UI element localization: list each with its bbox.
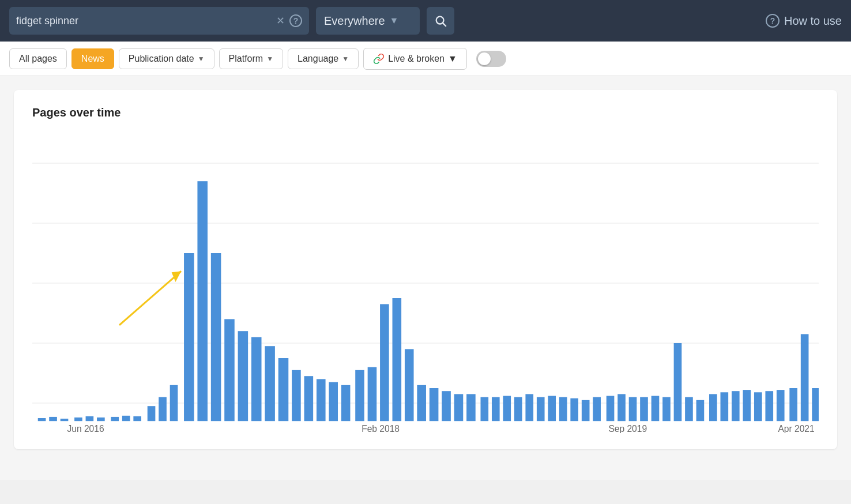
svg-rect-45 [514, 397, 522, 422]
svg-marker-77 [172, 271, 182, 282]
svg-text:Feb 2018: Feb 2018 [362, 423, 400, 433]
chart-card: Pages over time [14, 90, 837, 449]
platform-button[interactable]: Platform ▼ [219, 48, 283, 69]
search-icon [434, 14, 447, 27]
platform-caret: ▼ [266, 55, 273, 63]
svg-rect-7 [38, 418, 46, 421]
filter-bar: All pages News Publication date ▼ Platfo… [0, 42, 851, 76]
svg-rect-27 [292, 370, 301, 421]
all-pages-label: All pages [19, 54, 57, 64]
svg-rect-39 [442, 391, 451, 421]
svg-rect-24 [251, 337, 262, 422]
search-text: fidget spinner [16, 15, 272, 27]
location-dropdown[interactable]: Everywhere ▼ [316, 7, 420, 35]
location-dropdown-arrow: ▼ [390, 16, 399, 26]
svg-rect-13 [111, 417, 119, 421]
svg-rect-48 [548, 396, 556, 422]
clear-icon[interactable]: ✕ [276, 14, 285, 27]
platform-label: Platform [229, 54, 263, 64]
svg-rect-63 [721, 392, 729, 421]
help-icon-main[interactable]: ? [766, 14, 780, 28]
svg-rect-29 [317, 379, 326, 421]
svg-rect-43 [492, 397, 500, 422]
svg-rect-42 [480, 397, 488, 422]
svg-rect-47 [537, 397, 545, 422]
toggle-switch[interactable] [476, 51, 506, 67]
svg-rect-70 [801, 334, 809, 421]
svg-rect-26 [278, 358, 289, 421]
svg-rect-35 [393, 298, 402, 421]
svg-rect-60 [685, 397, 693, 422]
news-label: News [81, 54, 104, 64]
publication-date-caret: ▼ [198, 55, 205, 63]
how-to-use-link[interactable]: How to use [784, 14, 842, 28]
svg-line-1 [443, 23, 446, 26]
svg-rect-52 [593, 397, 601, 422]
svg-rect-34 [380, 304, 389, 421]
chart-area: Jun 2016 Feb 2018 Sep 2019 Apr 2021 [32, 133, 819, 433]
live-broken-button[interactable]: Live & broken ▼ [363, 48, 467, 70]
svg-rect-67 [765, 391, 773, 421]
main-content: Pages over time [0, 76, 851, 480]
svg-rect-9 [61, 419, 69, 421]
svg-text:Apr 2021: Apr 2021 [778, 423, 814, 433]
svg-rect-44 [503, 396, 511, 422]
link-icon [373, 53, 385, 65]
help-section: ? How to use [766, 14, 842, 28]
svg-rect-49 [559, 397, 567, 422]
svg-rect-17 [159, 397, 167, 422]
chart-title: Pages over time [32, 106, 819, 119]
svg-rect-58 [662, 397, 671, 422]
svg-rect-28 [304, 376, 314, 421]
svg-rect-53 [607, 396, 615, 422]
svg-rect-19 [184, 253, 194, 421]
svg-rect-32 [355, 370, 364, 421]
language-label: Language [298, 54, 338, 64]
svg-rect-31 [341, 385, 351, 421]
live-broken-label: Live & broken [388, 54, 445, 64]
svg-rect-36 [405, 349, 414, 421]
svg-rect-62 [709, 394, 717, 421]
svg-rect-38 [430, 388, 439, 421]
svg-rect-55 [629, 397, 637, 422]
svg-rect-54 [617, 394, 626, 421]
svg-rect-66 [754, 392, 762, 421]
toggle-wrapper [476, 51, 506, 67]
annotation-arrow [119, 271, 181, 325]
svg-text:Sep 2019: Sep 2019 [608, 423, 647, 433]
search-button[interactable] [427, 7, 454, 35]
svg-rect-56 [640, 397, 648, 422]
svg-rect-14 [122, 416, 130, 421]
link-svg [373, 53, 385, 65]
svg-rect-12 [97, 418, 105, 421]
svg-rect-22 [224, 319, 235, 421]
svg-rect-30 [329, 382, 338, 422]
svg-rect-40 [454, 394, 464, 421]
location-label: Everywhere [324, 14, 385, 28]
svg-rect-59 [674, 343, 682, 421]
search-box: fidget spinner ✕ ? [9, 7, 309, 35]
help-icon-search[interactable]: ? [289, 14, 302, 27]
bar-chart: Jun 2016 Feb 2018 Sep 2019 Apr 2021 [32, 133, 819, 433]
svg-rect-15 [133, 416, 141, 421]
svg-text:Jun 2016: Jun 2016 [67, 423, 104, 433]
live-broken-caret: ▼ [448, 54, 457, 64]
all-pages-button[interactable]: All pages [9, 48, 67, 69]
language-caret: ▼ [342, 55, 349, 63]
svg-line-76 [119, 271, 181, 325]
news-button[interactable]: News [71, 48, 114, 69]
svg-rect-18 [170, 385, 178, 421]
publication-date-label: Publication date [129, 54, 194, 64]
svg-rect-10 [74, 418, 82, 421]
svg-rect-8 [49, 417, 57, 421]
svg-rect-33 [368, 367, 377, 422]
publication-date-button[interactable]: Publication date ▼ [119, 48, 214, 69]
svg-rect-61 [696, 400, 705, 421]
language-button[interactable]: Language ▼ [288, 48, 359, 69]
svg-rect-69 [789, 388, 797, 421]
svg-rect-46 [525, 394, 533, 421]
svg-rect-51 [582, 400, 590, 421]
svg-rect-37 [417, 385, 426, 421]
header: fidget spinner ✕ ? Everywhere ▼ ? How to… [0, 0, 851, 42]
svg-rect-41 [466, 394, 476, 421]
